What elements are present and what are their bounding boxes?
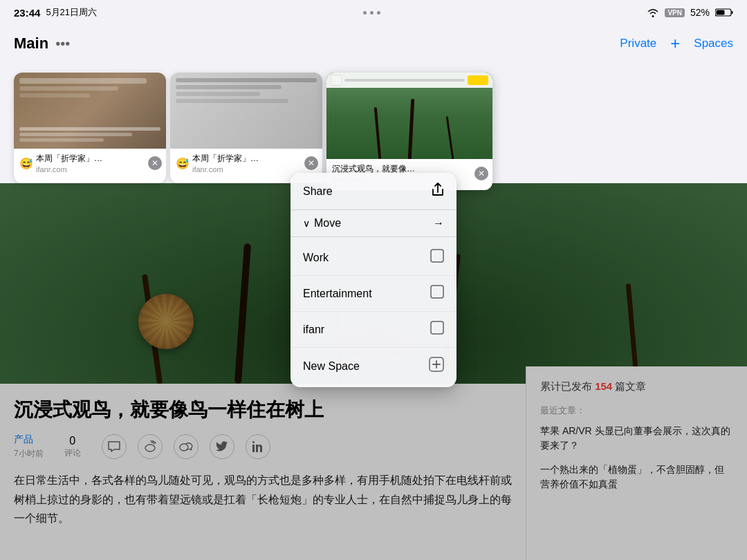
tab-url: ifanr.com xyxy=(36,165,160,174)
status-time: 23:44 xyxy=(14,7,40,19)
status-right: VPN 52% xyxy=(647,7,733,18)
tab-thumbnail xyxy=(14,73,166,149)
menu-item-entertainment[interactable]: Entertainment xyxy=(290,276,456,312)
status-center-dots xyxy=(363,11,380,15)
svg-rect-7 xyxy=(431,250,443,262)
browser-chrome: Main ••• Private + Spaces xyxy=(0,25,747,62)
arrow-icon: → xyxy=(433,217,444,230)
checkbox-icon xyxy=(430,321,444,338)
menu-item-work[interactable]: Work xyxy=(290,240,456,276)
tab-info: 😅 本周「折学家」… ifanr.com ✕ xyxy=(14,149,166,178)
menu-item-label: New Space xyxy=(303,360,360,373)
svg-rect-2 xyxy=(716,10,724,15)
menu-item-ifanr[interactable]: ifanr xyxy=(290,312,456,348)
menu-share-row[interactable]: Share xyxy=(290,173,456,210)
checkbox-icon xyxy=(430,285,444,302)
menu-item-label: ifanr xyxy=(303,324,324,336)
menu-items-section: Work Entertainment ifanr New Space xyxy=(290,237,456,387)
battery-icon xyxy=(715,8,733,17)
menu-move-label: Move xyxy=(314,217,429,230)
tab-close-button[interactable]: ✕ xyxy=(474,167,488,180)
tab-thumbnail xyxy=(170,73,322,149)
menu-share-label: Share xyxy=(303,185,333,198)
svg-rect-8 xyxy=(431,286,443,298)
new-tab-button[interactable]: + xyxy=(670,35,680,52)
status-bar: 23:44 5月21日周六 VPN 52% xyxy=(0,0,747,25)
spaces-button[interactable]: Spaces xyxy=(694,37,733,50)
tab-favicon: 😅 xyxy=(176,157,190,170)
tab-title: 本周「折学家」… xyxy=(192,153,299,165)
tab-close-button[interactable]: ✕ xyxy=(304,156,318,170)
context-menu: Share ∨ Move → Work Entertainment ifanr xyxy=(290,173,456,387)
tab-card[interactable]: 😅 本周「折学家」… ifanr.com ✕ xyxy=(14,73,166,183)
menu-move-header[interactable]: ∨ Move → xyxy=(290,210,456,237)
private-button[interactable]: Private xyxy=(620,37,656,50)
svg-rect-1 xyxy=(731,11,732,14)
menu-item-label: Work xyxy=(303,252,329,264)
checkbox-icon xyxy=(430,249,444,266)
browser-right-controls: Private + Spaces xyxy=(620,35,733,52)
tabs-row: 😅 本周「折学家」… ifanr.com ✕ 😅 本周「折学家」… ifanr.… xyxy=(0,62,747,183)
add-icon xyxy=(429,357,444,375)
svg-rect-9 xyxy=(431,321,443,334)
tab-close-button[interactable]: ✕ xyxy=(148,156,162,170)
tab-favicon: 😅 xyxy=(19,157,33,170)
share-icon xyxy=(432,183,444,200)
tab-title: 本周「折学家」… xyxy=(36,153,143,165)
vpn-badge: VPN xyxy=(665,8,685,17)
chevron-icon: ∨ xyxy=(303,218,310,229)
battery-percent: 52% xyxy=(690,7,710,18)
status-date: 5月21日周六 xyxy=(46,6,97,19)
tab-card[interactable]: 😅 本周「折学家」… ifanr.com ✕ xyxy=(170,73,322,183)
wifi-icon xyxy=(647,8,659,17)
tab-thumbnail xyxy=(326,73,492,159)
menu-item-new-space[interactable]: New Space xyxy=(290,348,456,384)
browser-title: Main xyxy=(14,35,48,53)
menu-item-label: Entertainment xyxy=(303,288,372,300)
browser-menu-button[interactable]: ••• xyxy=(55,36,70,52)
